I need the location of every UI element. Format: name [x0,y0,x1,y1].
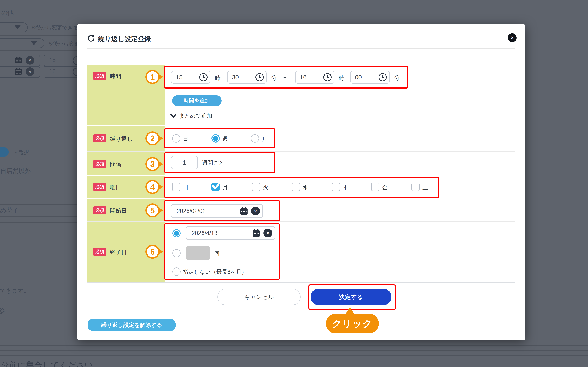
screen: の他 ※後から変更できま ※後から変更 × 15 × 16 未選択 自店舗以外 … [0,0,588,367]
checkbox-sat-label: 土 [422,184,428,191]
step-badge-1: 1 [145,70,160,84]
radio-weekly-label: 週 [222,135,228,143]
required-badge: 必須 [93,206,106,214]
release-recurring-button[interactable]: 繰り返し設定を解除する [88,319,176,331]
required-badge: 必須 [93,134,106,142]
start-date-input[interactable]: 2026/02/02 × [171,204,263,218]
calendar-icon[interactable] [252,229,260,237]
bg-divider [523,23,588,23]
bg-gather-text: 分前に集合してください [1,360,93,367]
unit-hour: 時 [339,74,344,82]
bg-dropdown-2 [0,38,44,48]
bg-divider [0,3,588,4]
bg-toggle [0,147,9,157]
dropdown-arrow-icon [31,41,37,45]
checkbox-thu[interactable] [332,183,340,191]
unit-minute: 分 [271,74,277,82]
row-start-date: 必須 開始日 5 2026/02/02 × [87,199,515,222]
bg-dropdown-1 [0,23,28,32]
step-badge-3: 3 [145,157,160,171]
bg-divider [0,355,588,356]
bg-divider [523,94,588,94]
bg-divider [0,181,80,181]
unit-hour: 時 [215,74,220,82]
checkbox-wed-label: 水 [303,184,308,191]
radio-end-by-date[interactable] [172,229,181,237]
radio-weekly[interactable] [211,134,220,142]
cancel-button[interactable]: キャンセル [217,289,301,305]
bg-section-label: の他 [1,8,14,17]
end-hour-input[interactable]: 16 [295,71,335,84]
checkbox-sat[interactable] [411,183,420,191]
required-badge: 必須 [93,248,106,256]
step-badge-4: 4 [145,180,160,194]
bg-hour-to: 16 [49,68,56,75]
radio-daily[interactable] [172,134,180,142]
click-callout-tail [345,307,355,315]
checkbox-tue-label: 火 [263,184,268,191]
settings-form-table: 必須 時間 1 15 時 30 分 ~ 16 時 00 [87,65,515,283]
bg-note-1: ※後から変更できま [32,24,78,31]
step-badge-6: 6 [145,245,160,259]
radio-no-end[interactable] [172,267,181,276]
bg-divider [0,35,80,36]
radio-monthly[interactable] [251,134,259,142]
calendar-icon [15,56,22,64]
checkbox-sun[interactable] [172,183,180,191]
bulk-add-toggle[interactable]: まとめて追加 [170,112,212,120]
radio-end-by-count[interactable] [172,249,181,257]
checkbox-wed[interactable] [292,183,300,191]
bg-divider [0,223,80,223]
end-minute-input[interactable]: 00 [350,71,390,84]
dropdown-arrow-icon [14,25,21,29]
clear-icon[interactable]: × [263,229,272,237]
row-time: 必須 時間 1 15 時 30 分 ~ 16 時 00 [87,65,515,126]
interval-input[interactable]: 1 [171,156,198,169]
row-label: 時間 [110,73,121,80]
bg-divider [0,204,80,205]
calendar-icon[interactable] [240,207,248,215]
checkbox-mon[interactable] [211,183,220,191]
clear-icon: × [26,67,34,76]
count-unit-label: 回 [214,250,219,257]
checkbox-thu-label: 木 [343,184,348,191]
no-end-label: 指定しない（最長6ヶ月） [183,268,247,276]
clear-icon[interactable]: × [251,207,260,216]
row-weekday: 必須 曜日 4 日 月 火 水 木 金 土 [87,176,515,199]
interval-unit: 週間ごと [202,159,224,167]
clock-icon [323,73,332,81]
bg-note-2: ※後から変更 [48,40,79,47]
row-label: 繰り返し [110,135,133,143]
check-icon [211,181,221,190]
unit-minute: 分 [394,74,400,82]
required-badge: 必須 [93,183,106,191]
bg-san-text: 参 [0,307,5,316]
end-count-input[interactable] [186,246,210,260]
row-label: 曜日 [110,184,121,191]
bg-divider [523,39,588,40]
checkbox-fri[interactable] [371,183,379,191]
bg-store-label: 自店舗以外 [0,167,31,175]
bg-dekimasu-text: できます。 [0,287,30,295]
close-icon[interactable]: × [508,33,517,42]
bg-unselected-label: 未選択 [13,149,29,156]
row-end-date: 必須 終了日 6 2026/4/13 × 回 指定しない（最長6ヶ月） [87,222,515,283]
radio-daily-label: 日 [183,135,188,143]
clock-icon [256,73,264,81]
confirm-button[interactable]: 決定する [311,289,392,305]
end-date-input[interactable]: 2026/4/13 × [186,226,275,240]
checkbox-tue[interactable] [252,183,260,191]
bg-divider [0,216,80,217]
footer-divider [87,312,515,312]
row-interval: 必須 間隔 3 1 週間ごと [87,152,515,176]
annotation-box-weekday [164,177,439,198]
bg-person-name: め花子 [0,206,18,215]
start-minute-input[interactable]: 30 [227,71,267,84]
start-hour-input[interactable]: 15 [171,71,210,84]
bg-divider [0,345,588,346]
checkbox-sun-label: 日 [183,184,189,191]
clock-icon [199,73,208,81]
add-time-button[interactable]: 時間を追加 [172,95,222,106]
bg-divider [523,55,588,55]
calendar-icon [15,67,22,75]
